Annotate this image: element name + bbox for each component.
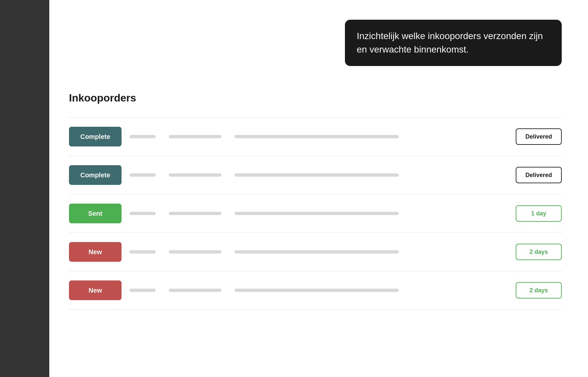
order-details — [129, 250, 508, 254]
placeholder-bar — [235, 173, 399, 177]
status-label: Complete — [80, 171, 110, 179]
placeholder-bar — [235, 135, 399, 138]
table-row[interactable]: Complete Delivered — [69, 117, 562, 156]
placeholder-bar — [129, 135, 156, 138]
tooltip-text: Inzichtelijk welke inkooporders verzonde… — [357, 30, 550, 56]
delivery-badge-days[interactable]: 2 days — [516, 244, 562, 260]
orders-list: Complete Delivered Complete Delivere — [69, 117, 562, 310]
table-row[interactable]: Sent 1 day — [69, 194, 562, 233]
delivery-badge-delivered[interactable]: Delivered — [516, 128, 562, 145]
placeholder-bar — [129, 289, 156, 292]
order-details — [129, 212, 508, 215]
delivery-badge-days[interactable]: 1 day — [516, 205, 562, 222]
delivery-badge-delivered[interactable]: Delivered — [516, 167, 562, 183]
status-badge-complete[interactable]: Complete — [69, 127, 122, 146]
placeholder-bar — [235, 289, 399, 292]
status-label: Sent — [88, 210, 102, 217]
placeholder-bar — [129, 212, 156, 215]
sidebar — [0, 0, 49, 377]
placeholder-bar — [235, 212, 399, 215]
placeholder-bar — [169, 212, 221, 215]
placeholder-bar — [169, 250, 221, 254]
order-details — [129, 135, 508, 138]
delivery-label: 2 days — [530, 249, 548, 255]
placeholder-bar — [169, 173, 221, 177]
status-badge-new[interactable]: New — [69, 280, 122, 300]
delivery-label: 1 day — [531, 210, 546, 217]
status-label: New — [88, 248, 102, 256]
status-badge-new[interactable]: New — [69, 242, 122, 262]
status-badge-complete[interactable]: Complete — [69, 165, 122, 185]
placeholder-bar — [235, 250, 399, 254]
order-details — [129, 289, 508, 292]
order-details — [129, 173, 508, 177]
main-content: Inzichtelijk welke inkooporders verzonde… — [49, 0, 588, 377]
delivery-label: Delivered — [525, 133, 552, 140]
placeholder-bar — [129, 173, 156, 177]
status-badge-sent[interactable]: Sent — [69, 204, 122, 223]
delivery-label: Delivered — [525, 172, 552, 179]
status-label: Complete — [80, 133, 110, 141]
placeholder-bar — [169, 135, 221, 138]
table-row[interactable]: New 2 days — [69, 233, 562, 271]
page-title: Inkooporders — [69, 92, 562, 104]
table-row[interactable]: Complete Delivered — [69, 156, 562, 194]
status-label: New — [88, 287, 102, 294]
table-row[interactable]: New 2 days — [69, 271, 562, 310]
tooltip-box: Inzichtelijk welke inkooporders verzonde… — [345, 20, 562, 66]
placeholder-bar — [129, 250, 156, 254]
delivery-badge-days[interactable]: 2 days — [516, 282, 562, 299]
placeholder-bar — [169, 289, 221, 292]
delivery-label: 2 days — [530, 287, 548, 294]
